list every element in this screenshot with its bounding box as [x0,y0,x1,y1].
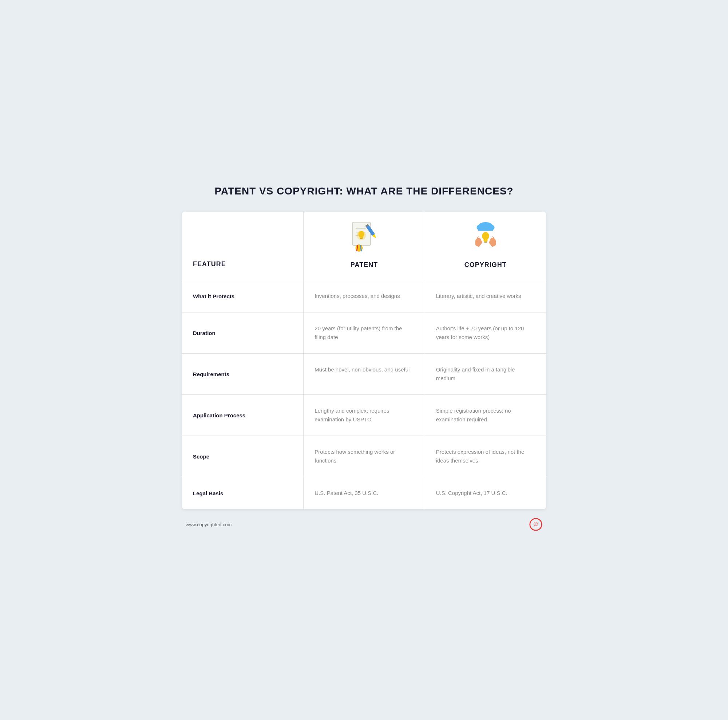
copyright-value-cell: Author's life + 70 years (or up to 120 y… [425,313,546,353]
copyright-value-cell: Simple registration process; no examinat… [425,395,546,435]
copyright-value: Simple registration process; no examinat… [436,407,511,423]
copyright-icon [467,219,504,255]
patent-value: Inventions, processes, and designs [315,293,400,299]
feature-cell: Legal Basis [182,477,303,509]
copyright-value: Protects expression of ideas, not the id… [436,449,525,464]
patent-value: Lengthy and complex; requires examinatio… [315,407,389,423]
patent-icon [346,219,382,255]
footer: www.copyrighted.com © [182,509,546,535]
patent-value-cell: U.S. Patent Act, 35 U.S.C. [303,477,424,509]
feature-label: Duration [193,330,216,336]
patent-value: U.S. Patent Act, 35 U.S.C. [315,490,378,496]
patent-value-cell: Protects how something works or function… [303,436,424,477]
svg-text:©: © [534,521,538,528]
table-header: FEATURE [182,211,546,280]
patent-value: Protects how something works or function… [315,449,395,464]
header-patent-cell: PATENT [303,211,424,280]
patent-value-cell: 20 years (for utility patents) from the … [303,313,424,353]
copyright-value: Originality and fixed in a tangible medi… [436,366,515,381]
svg-rect-17 [478,228,493,231]
footer-url: www.copyrighted.com [186,522,231,527]
svg-rect-19 [483,239,487,241]
feature-label: Application Process [193,412,245,418]
copyright-column-label: COPYRIGHT [465,261,507,269]
svg-point-5 [359,231,364,237]
table-row: Scope Protects how something works or fu… [182,436,546,477]
comparison-table: FEATURE [182,211,546,509]
table-body: What it Protects Inventions, processes, … [182,280,546,509]
main-title: PATENT VS COPYRIGHT: WHAT ARE THE DIFFER… [182,185,546,197]
feature-column-label: FEATURE [193,260,226,268]
copyright-value-cell: U.S. Copyright Act, 17 U.S.C. [425,477,546,509]
patent-value-cell: Must be novel, non-obvious, and useful [303,354,424,394]
feature-cell: Scope [182,436,303,477]
svg-rect-6 [360,237,363,239]
feature-cell: Duration [182,313,303,353]
svg-point-18 [482,232,489,240]
copyright-value-cell: Originality and fixed in a tangible medi… [425,354,546,394]
copyright-value: U.S. Copyright Act, 17 U.S.C. [436,490,508,496]
patent-value: 20 years (for utility patents) from the … [315,325,402,340]
feature-cell: Application Process [182,395,303,435]
copyright-value: Literary, artistic, and creative works [436,293,521,299]
patent-column-label: PATENT [350,261,378,269]
patent-value-cell: Lengthy and complex; requires examinatio… [303,395,424,435]
feature-label: What it Protects [193,293,234,299]
copyright-value: Author's life + 70 years (or up to 120 y… [436,325,524,340]
page-wrapper: PATENT VS COPYRIGHT: WHAT ARE THE DIFFER… [182,185,546,535]
table-row: What it Protects Inventions, processes, … [182,280,546,313]
table-row: Application Process Lengthy and complex;… [182,395,546,436]
copyright-value-cell: Literary, artistic, and creative works [425,280,546,312]
patent-value: Must be novel, non-obvious, and useful [315,366,410,372]
feature-cell: Requirements [182,354,303,394]
table-row: Duration 20 years (for utility patents) … [182,313,546,354]
feature-label: Scope [193,453,209,460]
copyright-value-cell: Protects expression of ideas, not the id… [425,436,546,477]
header-copyright-cell: COPYRIGHT [425,211,546,280]
table-row: Legal Basis U.S. Patent Act, 35 U.S.C. U… [182,477,546,509]
feature-cell: What it Protects [182,280,303,312]
feature-label: Legal Basis [193,490,223,496]
feature-label: Requirements [193,371,229,377]
copyrighted-logo: © [529,518,542,531]
header-feature-cell: FEATURE [182,211,303,280]
table-row: Requirements Must be novel, non-obvious,… [182,354,546,395]
patent-value-cell: Inventions, processes, and designs [303,280,424,312]
